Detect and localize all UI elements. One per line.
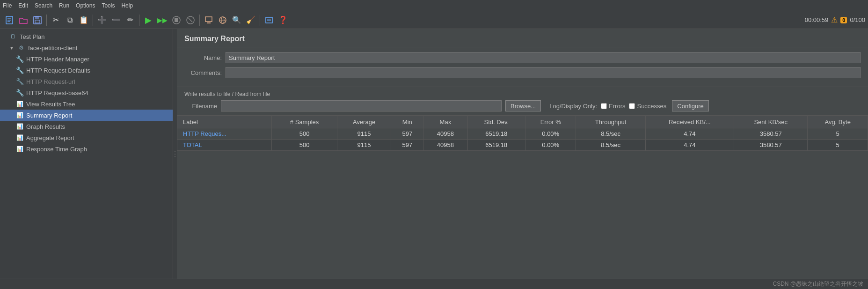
table-row: HTTP Reques...5009115597409586519.180.00…: [177, 128, 868, 140]
col-received-kb: Received KB/...: [645, 116, 734, 128]
svg-rect-11: [205, 17, 212, 22]
shutdown-button[interactable]: [184, 14, 197, 27]
table-cell: 3580.57: [734, 140, 808, 151]
comments-input[interactable]: [226, 67, 861, 78]
test-plan-icon: 🗒: [9, 33, 17, 40]
table-cell: 3580.57: [734, 128, 808, 140]
table-body: HTTP Reques...5009115597409586519.180.00…: [177, 128, 868, 151]
svg-rect-6: [35, 20, 40, 23]
sidebar-item-test-plan[interactable]: 🗒 Test Plan: [0, 31, 173, 42]
svg-rect-5: [35, 16, 39, 19]
sidebar-item-response-time-graph[interactable]: 📊 Response Time Graph: [0, 143, 173, 155]
browse-button[interactable]: Browse...: [505, 100, 541, 111]
open-button[interactable]: [17, 14, 30, 27]
copy-button[interactable]: ⧉: [63, 14, 76, 27]
sidebar-item-aggregate-report[interactable]: 📊 Aggregate Report: [0, 132, 173, 143]
comments-label: Comments:: [184, 69, 222, 76]
menu-edit[interactable]: Edit: [18, 2, 28, 9]
sidebar-item-http-request-url[interactable]: 🔧 HTTP Request-url: [0, 76, 173, 87]
http-defaults-icon: 🔧: [16, 67, 23, 74]
menu-help[interactable]: Help: [121, 2, 133, 9]
content-area: Summary Report Name: Comments: Write res…: [177, 29, 868, 279]
sidebar-item-face-petition[interactable]: ▼ ⚙ face-petition-client: [0, 42, 173, 53]
results-table: Label # Samples Average Min Max Std. Dev…: [177, 116, 868, 151]
sidebar-item-http-request-base64[interactable]: 🔧 HTTP Request-base64: [0, 87, 173, 98]
toolbar: ✂ ⧉ 📋 ➕ ➖ ✏ ▶ ▶▶ 🔍 🧹 ❓ 00:00:59 ⚠ 0 0/10…: [0, 11, 868, 29]
start-nolog-button[interactable]: ▶▶: [156, 14, 169, 27]
panel-handle[interactable]: ⋮: [173, 29, 177, 279]
summary-report-icon: 📊: [16, 111, 23, 119]
cut-button[interactable]: ✂: [49, 14, 62, 27]
report-title: Summary Report: [177, 29, 868, 47]
filename-input[interactable]: [221, 100, 502, 111]
successes-label: Successes: [637, 103, 666, 110]
successes-checkbox-label[interactable]: Successes: [629, 103, 666, 110]
menu-tools[interactable]: Tools: [102, 2, 115, 9]
warning-count: 0: [840, 17, 847, 23]
col-error-pct: Error %: [525, 116, 576, 128]
table-cell: 0.00%: [525, 128, 576, 140]
name-input[interactable]: [226, 52, 861, 63]
sidebar-label-face-petition: face-petition-client: [28, 44, 78, 52]
view-results-tree-icon: 📊: [16, 100, 23, 108]
successes-checkbox[interactable]: [629, 103, 635, 109]
sidebar-item-view-results-tree[interactable]: 📊 View Results Tree: [0, 98, 173, 110]
errors-checkbox-label[interactable]: Errors: [601, 103, 625, 110]
separator4: [199, 15, 200, 26]
sidebar-label-http-request-url: HTTP Request-url: [26, 78, 75, 85]
sidebar-item-http-defaults[interactable]: 🔧 HTTP Request Defaults: [0, 65, 173, 76]
sidebar-label-aggregate-report: Aggregate Report: [26, 134, 74, 141]
col-throughput: Throughput: [576, 116, 645, 128]
paste-button[interactable]: 📋: [77, 14, 90, 27]
warning-icon: ⚠: [831, 15, 838, 24]
menu-options[interactable]: Options: [76, 2, 95, 9]
separator3: [139, 15, 139, 26]
table-cell: 40958: [423, 128, 467, 140]
errors-checkbox[interactable]: [601, 103, 607, 109]
configure-button[interactable]: Configure: [672, 100, 708, 111]
table-cell: 9115: [337, 140, 391, 151]
separator5: [260, 15, 260, 26]
pencil-button[interactable]: ✏: [124, 14, 137, 27]
table-cell: 6519.18: [467, 140, 525, 151]
separator2: [93, 15, 93, 26]
separator1: [46, 15, 47, 26]
table-cell: 6519.18: [467, 128, 525, 140]
collapse-button[interactable]: ➖: [109, 14, 123, 27]
table-cell: 40958: [423, 140, 467, 151]
face-petition-icon: ⚙: [18, 44, 25, 52]
remote-button[interactable]: [216, 14, 229, 27]
menu-file[interactable]: File: [3, 2, 12, 9]
status-bar: CSDN @愚昧之山绝望之谷开悟之坡: [0, 279, 868, 289]
sidebar-label-response-time-graph: Response Time Graph: [26, 146, 87, 153]
file-section: Write results to file / Read from file F…: [177, 87, 868, 116]
expand-button[interactable]: ➕: [95, 14, 109, 27]
sidebar-label-http-defaults: HTTP Request Defaults: [26, 67, 90, 74]
name-label: Name:: [184, 54, 222, 61]
search-button[interactable]: 🔍: [230, 14, 243, 27]
table-cell: 9115: [337, 128, 391, 140]
sidebar-item-graph-results[interactable]: 📊 Graph Results: [0, 121, 173, 132]
errors-label: Errors: [609, 103, 625, 110]
aggregate-report-icon: 📊: [16, 134, 23, 141]
help-button[interactable]: ❓: [277, 14, 290, 27]
menu-search[interactable]: Search: [35, 2, 52, 9]
sidebar: 🗒 Test Plan ▼ ⚙ face-petition-client 🔧 H…: [0, 29, 173, 279]
start-button[interactable]: ▶: [142, 14, 155, 27]
col-avg-bytes: Avg. Byte: [808, 116, 868, 128]
log-display-label: Log/Display Only:: [549, 103, 597, 110]
name-row: Name:: [184, 52, 861, 63]
clear-button[interactable]: 🧹: [244, 14, 257, 27]
stop-button[interactable]: [170, 14, 183, 27]
http-request-url-icon: 🔧: [16, 78, 23, 85]
template-button[interactable]: [202, 14, 215, 27]
table-cell: 597: [391, 140, 423, 151]
timer-display: 00:00:59: [805, 16, 829, 23]
save-button[interactable]: [31, 14, 44, 27]
sidebar-item-http-header[interactable]: 🔧 HTTP Header Manager: [0, 53, 173, 65]
list-button[interactable]: [263, 14, 276, 27]
graph-results-icon: 📊: [16, 123, 23, 130]
sidebar-item-summary-report[interactable]: 📊 Summary Report: [0, 110, 173, 121]
menu-run[interactable]: Run: [59, 2, 69, 9]
new-button[interactable]: [3, 14, 16, 27]
